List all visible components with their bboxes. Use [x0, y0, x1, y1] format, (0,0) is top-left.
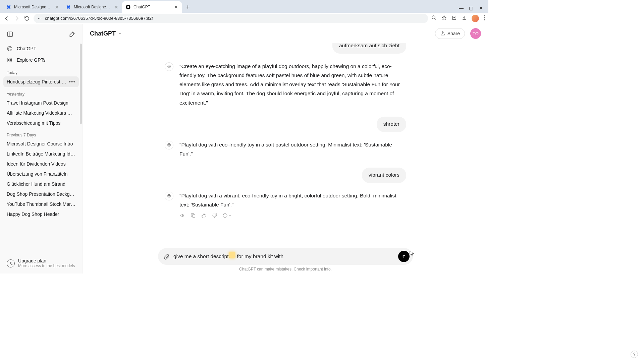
- nav-explore-gpts[interactable]: Explore GPTs: [3, 54, 79, 66]
- conversation-item[interactable]: Glücklicher Hund am Strand: [3, 179, 79, 189]
- conversation-item[interactable]: Übersetzung von Finanztiteln: [3, 169, 79, 179]
- conversation-title: Travel Instagram Post Design: [7, 100, 68, 106]
- menu-icon[interactable]: [484, 15, 485, 22]
- collapse-sidebar-button[interactable]: [5, 29, 15, 39]
- svg-point-6: [484, 15, 485, 16]
- conversation-item[interactable]: Ideen für Dividenden Videos: [3, 159, 79, 169]
- user-message: shroter: [377, 117, 406, 132]
- message-action-bar: [179, 213, 406, 219]
- composer-area: ChatGPT can make mistakes. Check importa…: [83, 248, 488, 274]
- address-bar[interactable]: chatgpt.com/c/6706357d-5fdc-800e-83b5-73…: [34, 14, 428, 23]
- send-button[interactable]: [398, 251, 410, 262]
- assistant-message: "Playful dog with eco-friendly toy in a …: [179, 140, 406, 158]
- conversation-title: Übersetzung von Finanztiteln: [7, 171, 67, 177]
- nav-chatgpt[interactable]: ChatGPT: [3, 43, 79, 54]
- minimize-button[interactable]: ―: [459, 5, 463, 11]
- ms-designer-favicon: [6, 4, 11, 10]
- site-info-icon: [38, 16, 42, 21]
- conversation-item[interactable]: Happy Dog Shop Header: [3, 209, 79, 219]
- chevron-down-icon: [118, 31, 122, 36]
- downloads-icon[interactable]: [462, 15, 467, 22]
- close-icon[interactable]: [114, 5, 119, 9]
- new-chat-button[interactable]: [67, 29, 77, 39]
- assistant-avatar: [165, 192, 173, 200]
- svg-point-4: [432, 16, 435, 19]
- assistant-avatar: [165, 141, 173, 149]
- svg-point-3: [40, 18, 40, 18]
- conversation-title: Ideen für Dividenden Videos: [7, 161, 66, 167]
- url-text: chatgpt.com/c/6706357d-5fdc-800e-83b5-73…: [45, 16, 153, 21]
- nav-label: ChatGPT: [17, 46, 36, 51]
- more-options-icon[interactable]: •••: [69, 79, 75, 85]
- conversation-item[interactable]: Travel Instagram Post Design: [3, 98, 79, 108]
- profile-avatar[interactable]: [472, 15, 479, 22]
- window-controls: ― ▢ ✕: [459, 5, 488, 13]
- assistant-message: "Playful dog with a vibrant, eco-friendl…: [179, 191, 406, 209]
- conversation-title: Affiliate Marketing Videokurs Outline: [7, 110, 75, 116]
- conversation-item[interactable]: LinkedIn Beiträge Marketing Ideen: [3, 149, 79, 159]
- message-input[interactable]: [173, 253, 395, 259]
- upgrade-plan-button[interactable]: Upgrade plan More access to the best mod…: [3, 255, 79, 271]
- bookmark-icon[interactable]: [441, 15, 447, 22]
- chatgpt-icon: [7, 46, 13, 52]
- browser-tab-active[interactable]: ChatGPT: [122, 1, 182, 13]
- section-prev7: Previous 7 Days: [3, 128, 79, 139]
- copy-button[interactable]: [190, 213, 196, 219]
- ms-designer-favicon: [66, 4, 71, 10]
- browser-tab[interactable]: Microsoft Designer - Stunning: [62, 1, 122, 13]
- conversation-item[interactable]: YouTube Thumbnail Stock Market: [3, 199, 79, 209]
- svg-rect-11: [8, 58, 9, 60]
- conversation-item[interactable]: Dog Shop Presentation Background: [3, 189, 79, 199]
- svg-point-1: [127, 6, 129, 8]
- conversation-title: Verabschiedung mit Tipps: [7, 120, 60, 126]
- svg-point-7: [484, 17, 485, 18]
- openai-icon: [166, 64, 172, 69]
- forward-button[interactable]: [13, 15, 20, 22]
- svg-rect-12: [10, 58, 12, 60]
- cursor-icon: [410, 250, 414, 256]
- thumbs-up-button[interactable]: [201, 213, 207, 219]
- user-avatar[interactable]: TO: [470, 28, 481, 39]
- install-app-icon[interactable]: [451, 15, 457, 22]
- chevron-down-icon: [228, 214, 232, 217]
- composer: [158, 248, 413, 265]
- model-switcher[interactable]: ChatGPT: [90, 30, 122, 37]
- browser-toolbar: chatgpt.com/c/6706357d-5fdc-800e-83b5-73…: [0, 13, 488, 24]
- share-button[interactable]: Share: [435, 28, 465, 39]
- chat-header: ChatGPT Share TO: [83, 24, 488, 43]
- upgrade-subtitle: More access to the best models: [18, 263, 75, 268]
- section-yesterday: Yesterday: [3, 87, 79, 98]
- conversation-item[interactable]: Hundespielzeug Pinterest Header •••: [3, 76, 79, 87]
- conversation-item[interactable]: Affiliate Marketing Videokurs Outline: [3, 108, 79, 118]
- tab-title: Microsoft Designer - Stunning: [14, 5, 52, 9]
- conversation-item[interactable]: Verabschiedung mit Tipps: [3, 118, 79, 128]
- browser-tab-strip: Microsoft Designer - Stunning Microsoft …: [0, 0, 488, 13]
- thumbs-down-button[interactable]: [212, 213, 218, 219]
- back-button[interactable]: [3, 15, 10, 22]
- svg-point-8: [484, 19, 485, 20]
- conversation-title: Happy Dog Shop Header: [7, 212, 59, 217]
- openai-icon: [166, 142, 172, 148]
- conversation-item[interactable]: Microsoft Designer Course Intro: [3, 139, 79, 149]
- maximize-button[interactable]: ▢: [469, 5, 473, 11]
- share-label: Share: [447, 31, 460, 36]
- sidebar: ChatGPT Explore GPTs Today Hundespielzeu…: [0, 24, 83, 274]
- sidebar-scrollbar[interactable]: [80, 44, 82, 124]
- cursor-highlight: [229, 252, 235, 258]
- new-tab-button[interactable]: [183, 2, 193, 12]
- read-aloud-button[interactable]: [179, 213, 185, 219]
- close-icon[interactable]: [174, 5, 178, 9]
- close-icon[interactable]: [54, 5, 59, 9]
- reload-button[interactable]: [23, 15, 30, 22]
- share-icon: [440, 31, 445, 36]
- regenerate-button[interactable]: [222, 213, 232, 219]
- chat-scroll-area[interactable]: aufmerksam auf sich zieht "Create an eye…: [83, 43, 488, 248]
- zoom-icon[interactable]: [431, 15, 437, 22]
- browser-tab[interactable]: Microsoft Designer - Stunning: [3, 1, 62, 13]
- model-name: ChatGPT: [90, 30, 116, 37]
- openai-icon: [166, 193, 172, 199]
- svg-rect-15: [192, 215, 195, 218]
- attach-button[interactable]: [163, 253, 170, 260]
- close-window-button[interactable]: ✕: [479, 5, 483, 11]
- tab-title: ChatGPT: [133, 5, 171, 9]
